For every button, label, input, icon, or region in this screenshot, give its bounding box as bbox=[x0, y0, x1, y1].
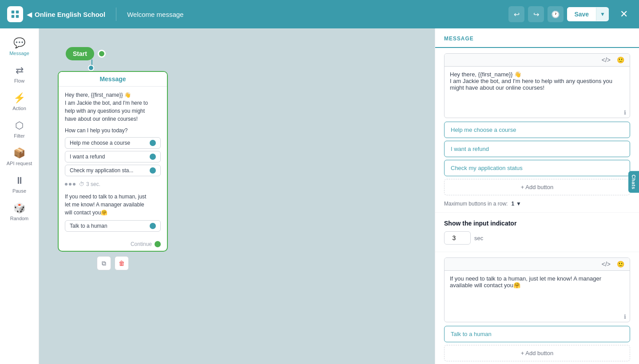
textarea-info-row-1: ℹ bbox=[445, 108, 630, 118]
input-indicator-row: sec bbox=[444, 231, 630, 245]
start-label: Start bbox=[73, 50, 87, 57]
typing-dot-2 bbox=[69, 183, 71, 186]
textarea-info-row-2: ℹ bbox=[445, 313, 630, 322]
redo-button[interactable]: ↪ bbox=[528, 6, 544, 22]
sidebar-item-action-label: Action bbox=[12, 106, 26, 111]
btn-connector-talk bbox=[150, 223, 156, 229]
typing-timer: ⏱ 3 sec. bbox=[79, 181, 100, 187]
sidebar-item-message-label: Message bbox=[9, 51, 29, 56]
start-dot bbox=[98, 50, 106, 58]
panel-btn-1[interactable]: Help me choose a course bbox=[444, 122, 630, 138]
first-message-section: </> 🙂 Hey there, {{first_name}} 👋 I am J… bbox=[435, 48, 639, 213]
main-area: 💬 Message ⇄ Flow ⚡ Action ⬡ Filter 📦 API… bbox=[0, 28, 639, 364]
action-icon: ⚡ bbox=[13, 92, 25, 104]
flow-icon: ⇄ bbox=[16, 65, 24, 76]
add-button-row-2[interactable]: + Add button bbox=[444, 345, 630, 361]
node-btn-2-label: I want a refund bbox=[70, 154, 105, 160]
message-textarea-2[interactable]: If you need to talk to a human, just let… bbox=[445, 271, 630, 311]
node-body: Hey there, {{first_name}} 👋I am Jackie t… bbox=[59, 87, 167, 238]
add-button-row-1[interactable]: + Add button bbox=[444, 179, 630, 195]
node-body-text1: Hey there, {{first_name}} 👋I am Jackie t… bbox=[65, 91, 161, 123]
btn-connector-3 bbox=[150, 167, 156, 174]
undo-button[interactable]: ↩ bbox=[508, 6, 524, 22]
history-button[interactable]: 🕐 bbox=[548, 6, 564, 22]
topbar: ◀ Online English School Welcome message … bbox=[0, 0, 639, 28]
sidebar-item-random[interactable]: 🎲 Random bbox=[4, 199, 36, 225]
btn-connector-1 bbox=[150, 140, 156, 146]
message-textarea-container-1: </> 🙂 Hey there, {{first_name}} 👋 I am J… bbox=[444, 53, 630, 118]
sidebar-item-flow-label: Flow bbox=[14, 78, 24, 83]
sidebar-item-api-label: API request bbox=[7, 161, 32, 166]
sidebar-item-filter[interactable]: ⬡ Filter bbox=[4, 116, 36, 142]
sidebar-item-pause[interactable]: ⏸ Pause bbox=[4, 171, 36, 197]
message-textarea-1[interactable]: Hey there, {{first_name}} 👋 I am Jackie … bbox=[445, 67, 630, 107]
page-title: Welcome message bbox=[127, 11, 508, 18]
node-card[interactable]: Message Hey there, {{first_name}} 👋I am … bbox=[58, 71, 168, 252]
node-btn-talk-label: Talk to a human bbox=[70, 223, 107, 229]
panel-btn-2-label: I want a refund bbox=[451, 146, 623, 152]
app-logo bbox=[7, 6, 23, 22]
svg-rect-0 bbox=[12, 11, 14, 13]
typing-dot-1 bbox=[65, 183, 67, 186]
close-button[interactable]: ✕ bbox=[616, 6, 632, 22]
message-node: Message Hey there, {{first_name}} 👋I am … bbox=[58, 71, 168, 252]
sidebar-item-api[interactable]: 📦 API request bbox=[4, 144, 36, 170]
svg-rect-1 bbox=[16, 11, 19, 13]
panel-header: MESSAGE bbox=[435, 28, 639, 48]
node-subtext: How can I help you today? bbox=[65, 127, 161, 134]
max-buttons-select[interactable]: 1 ▼ bbox=[511, 201, 521, 207]
emoji-tool-button-1[interactable]: 🙂 bbox=[615, 55, 626, 64]
input-indicator-section: Show the input indicator sec bbox=[435, 213, 639, 252]
max-buttons-row: Maximum buttons in a row: 1 ▼ bbox=[444, 201, 630, 207]
typing-dots bbox=[65, 183, 75, 186]
canvas[interactable]: Start Message Hey there, {{first_name}} … bbox=[39, 28, 435, 364]
info-icon-2: ℹ bbox=[624, 313, 626, 320]
btn-connector-2 bbox=[150, 154, 156, 160]
continue-dot bbox=[155, 241, 161, 247]
node-typing-indicator: ⏱ 3 sec. bbox=[65, 178, 161, 190]
typing-dot-3 bbox=[73, 183, 75, 186]
topbar-actions: ↩ ↪ 🕐 Save ▼ ✕ bbox=[508, 6, 632, 22]
pause-icon: ⏸ bbox=[15, 175, 24, 186]
chats-tab[interactable]: Chats bbox=[628, 171, 639, 193]
sidebar-item-message[interactable]: 💬 Message bbox=[4, 34, 36, 59]
node-footer: Continue bbox=[59, 238, 167, 251]
node-btn-3-label: Check my application sta... bbox=[70, 167, 133, 174]
start-button[interactable]: Start bbox=[66, 47, 94, 60]
filter-icon: ⬡ bbox=[15, 120, 24, 131]
start-node: Start bbox=[66, 47, 106, 60]
copy-node-button[interactable]: ⧉ bbox=[97, 256, 111, 270]
panel-btn-3[interactable]: Check my application status bbox=[444, 160, 630, 176]
input-indicator-title: Show the input indicator bbox=[444, 220, 630, 227]
sec-input[interactable] bbox=[444, 231, 471, 245]
sidebar-item-flow[interactable]: ⇄ Flow bbox=[4, 61, 36, 87]
svg-rect-2 bbox=[12, 15, 14, 18]
node-btn-1-label: Help me choose a course bbox=[70, 140, 130, 146]
send-icon: ◀ bbox=[27, 10, 32, 19]
node-actions: ⧉ 🗑 bbox=[97, 256, 129, 270]
save-dropdown-button[interactable]: ▼ bbox=[596, 8, 609, 21]
node-btn-talk[interactable]: Talk to a human bbox=[65, 220, 161, 232]
max-buttons-value: 1 bbox=[511, 201, 514, 207]
panel-header-title: MESSAGE bbox=[444, 36, 630, 42]
save-button[interactable]: Save bbox=[567, 7, 596, 21]
node-btn-1[interactable]: Help me choose a course bbox=[65, 137, 161, 149]
sidebar-item-action[interactable]: ⚡ Action bbox=[4, 89, 36, 115]
code-tool-button-2[interactable]: </> bbox=[600, 260, 612, 269]
panel-btn-talk[interactable]: Talk to a human bbox=[444, 326, 630, 342]
message-toolbar-1: </> 🙂 bbox=[445, 54, 630, 67]
svg-rect-3 bbox=[16, 15, 19, 18]
code-tool-button-1[interactable]: </> bbox=[600, 55, 612, 64]
node-body-text2: If you need to talk to a human, justlet … bbox=[65, 193, 161, 217]
right-panel: MESSAGE </> 🙂 Hey there, {{first_name}} … bbox=[435, 28, 639, 364]
emoji-tool-button-2[interactable]: 🙂 bbox=[615, 260, 626, 269]
delete-node-button[interactable]: 🗑 bbox=[115, 256, 129, 270]
max-buttons-label: Maximum buttons in a row: bbox=[444, 201, 508, 207]
node-btn-3[interactable]: Check my application sta... bbox=[65, 165, 161, 176]
save-button-group: Save ▼ bbox=[567, 7, 609, 21]
second-message-section: </> 🙂 If you need to talk to a human, ju… bbox=[435, 252, 639, 364]
node-header: Message bbox=[59, 72, 167, 87]
panel-btn-2[interactable]: I want a refund bbox=[444, 141, 630, 157]
node-btn-2[interactable]: I want a refund bbox=[65, 151, 161, 162]
panel-btn-1-label: Help me choose a course bbox=[451, 127, 623, 133]
